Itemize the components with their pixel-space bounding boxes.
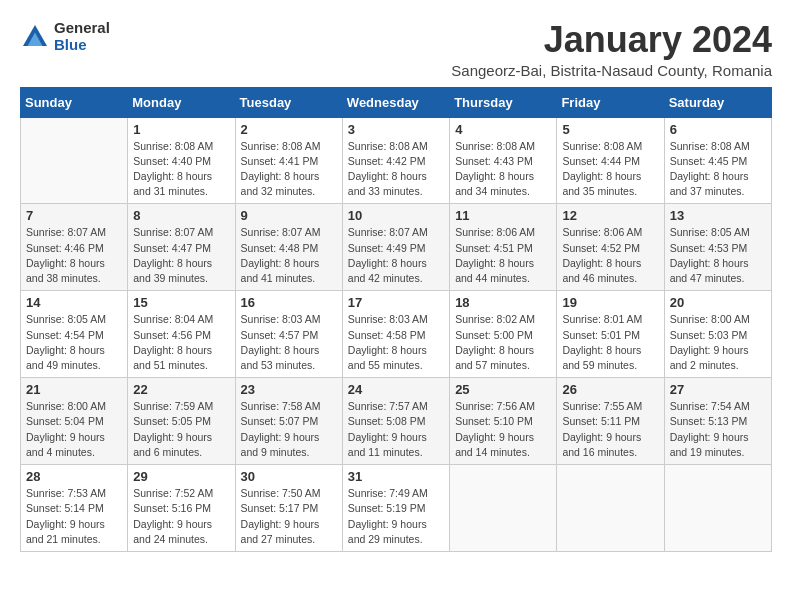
day-number: 21 [26, 382, 122, 397]
weekday-header: Tuesday [235, 87, 342, 117]
day-info: Sunrise: 7:55 AM Sunset: 5:11 PM Dayligh… [562, 399, 658, 460]
day-info: Sunrise: 8:03 AM Sunset: 4:57 PM Dayligh… [241, 312, 337, 373]
calendar-cell: 31Sunrise: 7:49 AM Sunset: 5:19 PM Dayli… [342, 465, 449, 552]
day-info: Sunrise: 8:07 AM Sunset: 4:46 PM Dayligh… [26, 225, 122, 286]
day-number: 17 [348, 295, 444, 310]
calendar-cell: 4Sunrise: 8:08 AM Sunset: 4:43 PM Daylig… [450, 117, 557, 204]
day-number: 3 [348, 122, 444, 137]
calendar-cell [21, 117, 128, 204]
weekday-header: Thursday [450, 87, 557, 117]
day-number: 31 [348, 469, 444, 484]
day-info: Sunrise: 8:05 AM Sunset: 4:54 PM Dayligh… [26, 312, 122, 373]
calendar-cell: 30Sunrise: 7:50 AM Sunset: 5:17 PM Dayli… [235, 465, 342, 552]
weekday-header: Monday [128, 87, 235, 117]
day-number: 5 [562, 122, 658, 137]
day-number: 4 [455, 122, 551, 137]
logo-blue: Blue [54, 37, 110, 54]
calendar-cell: 6Sunrise: 8:08 AM Sunset: 4:45 PM Daylig… [664, 117, 771, 204]
day-info: Sunrise: 8:08 AM Sunset: 4:40 PM Dayligh… [133, 139, 229, 200]
calendar-cell: 8Sunrise: 8:07 AM Sunset: 4:47 PM Daylig… [128, 204, 235, 291]
day-info: Sunrise: 8:08 AM Sunset: 4:44 PM Dayligh… [562, 139, 658, 200]
weekday-header: Friday [557, 87, 664, 117]
day-info: Sunrise: 8:00 AM Sunset: 5:03 PM Dayligh… [670, 312, 766, 373]
calendar-cell: 18Sunrise: 8:02 AM Sunset: 5:00 PM Dayli… [450, 291, 557, 378]
day-info: Sunrise: 7:59 AM Sunset: 5:05 PM Dayligh… [133, 399, 229, 460]
day-info: Sunrise: 7:49 AM Sunset: 5:19 PM Dayligh… [348, 486, 444, 547]
weekday-header: Saturday [664, 87, 771, 117]
title-block: January 2024 Sangeorz-Bai, Bistrita-Nasa… [451, 20, 772, 79]
day-info: Sunrise: 7:58 AM Sunset: 5:07 PM Dayligh… [241, 399, 337, 460]
day-info: Sunrise: 8:04 AM Sunset: 4:56 PM Dayligh… [133, 312, 229, 373]
day-info: Sunrise: 8:08 AM Sunset: 4:42 PM Dayligh… [348, 139, 444, 200]
calendar-cell [557, 465, 664, 552]
day-number: 12 [562, 208, 658, 223]
calendar-cell: 26Sunrise: 7:55 AM Sunset: 5:11 PM Dayli… [557, 378, 664, 465]
day-info: Sunrise: 8:08 AM Sunset: 4:43 PM Dayligh… [455, 139, 551, 200]
day-info: Sunrise: 7:53 AM Sunset: 5:14 PM Dayligh… [26, 486, 122, 547]
calendar-cell: 23Sunrise: 7:58 AM Sunset: 5:07 PM Dayli… [235, 378, 342, 465]
day-number: 6 [670, 122, 766, 137]
calendar-cell: 5Sunrise: 8:08 AM Sunset: 4:44 PM Daylig… [557, 117, 664, 204]
day-number: 14 [26, 295, 122, 310]
day-info: Sunrise: 8:01 AM Sunset: 5:01 PM Dayligh… [562, 312, 658, 373]
day-info: Sunrise: 8:08 AM Sunset: 4:41 PM Dayligh… [241, 139, 337, 200]
day-info: Sunrise: 7:56 AM Sunset: 5:10 PM Dayligh… [455, 399, 551, 460]
calendar-cell [450, 465, 557, 552]
day-number: 15 [133, 295, 229, 310]
calendar-week-row: 28Sunrise: 7:53 AM Sunset: 5:14 PM Dayli… [21, 465, 772, 552]
calendar-cell: 22Sunrise: 7:59 AM Sunset: 5:05 PM Dayli… [128, 378, 235, 465]
calendar-cell: 17Sunrise: 8:03 AM Sunset: 4:58 PM Dayli… [342, 291, 449, 378]
day-number: 8 [133, 208, 229, 223]
day-number: 30 [241, 469, 337, 484]
day-info: Sunrise: 8:02 AM Sunset: 5:00 PM Dayligh… [455, 312, 551, 373]
calendar-cell: 19Sunrise: 8:01 AM Sunset: 5:01 PM Dayli… [557, 291, 664, 378]
day-number: 20 [670, 295, 766, 310]
calendar-cell: 7Sunrise: 8:07 AM Sunset: 4:46 PM Daylig… [21, 204, 128, 291]
day-number: 19 [562, 295, 658, 310]
calendar-cell: 21Sunrise: 8:00 AM Sunset: 5:04 PM Dayli… [21, 378, 128, 465]
calendar-cell [664, 465, 771, 552]
calendar-cell: 20Sunrise: 8:00 AM Sunset: 5:03 PM Dayli… [664, 291, 771, 378]
weekday-header: Wednesday [342, 87, 449, 117]
logo-text: General Blue [54, 20, 110, 53]
day-info: Sunrise: 8:08 AM Sunset: 4:45 PM Dayligh… [670, 139, 766, 200]
day-number: 22 [133, 382, 229, 397]
logo: General Blue [20, 20, 110, 53]
calendar-cell: 16Sunrise: 8:03 AM Sunset: 4:57 PM Dayli… [235, 291, 342, 378]
day-number: 2 [241, 122, 337, 137]
calendar-cell: 13Sunrise: 8:05 AM Sunset: 4:53 PM Dayli… [664, 204, 771, 291]
day-number: 10 [348, 208, 444, 223]
day-info: Sunrise: 8:07 AM Sunset: 4:47 PM Dayligh… [133, 225, 229, 286]
calendar-cell: 25Sunrise: 7:56 AM Sunset: 5:10 PM Dayli… [450, 378, 557, 465]
day-number: 1 [133, 122, 229, 137]
calendar-table: SundayMondayTuesdayWednesdayThursdayFrid… [20, 87, 772, 552]
calendar-cell: 12Sunrise: 8:06 AM Sunset: 4:52 PM Dayli… [557, 204, 664, 291]
day-number: 28 [26, 469, 122, 484]
day-number: 11 [455, 208, 551, 223]
day-info: Sunrise: 8:03 AM Sunset: 4:58 PM Dayligh… [348, 312, 444, 373]
day-number: 7 [26, 208, 122, 223]
calendar-cell: 3Sunrise: 8:08 AM Sunset: 4:42 PM Daylig… [342, 117, 449, 204]
calendar-cell: 14Sunrise: 8:05 AM Sunset: 4:54 PM Dayli… [21, 291, 128, 378]
calendar-subtitle: Sangeorz-Bai, Bistrita-Nasaud County, Ro… [451, 62, 772, 79]
calendar-week-row: 21Sunrise: 8:00 AM Sunset: 5:04 PM Dayli… [21, 378, 772, 465]
day-number: 24 [348, 382, 444, 397]
day-number: 26 [562, 382, 658, 397]
weekday-header-row: SundayMondayTuesdayWednesdayThursdayFrid… [21, 87, 772, 117]
day-info: Sunrise: 8:07 AM Sunset: 4:48 PM Dayligh… [241, 225, 337, 286]
day-number: 9 [241, 208, 337, 223]
logo-icon [20, 22, 50, 52]
calendar-week-row: 1Sunrise: 8:08 AM Sunset: 4:40 PM Daylig… [21, 117, 772, 204]
day-number: 18 [455, 295, 551, 310]
day-info: Sunrise: 7:57 AM Sunset: 5:08 PM Dayligh… [348, 399, 444, 460]
day-number: 29 [133, 469, 229, 484]
calendar-week-row: 14Sunrise: 8:05 AM Sunset: 4:54 PM Dayli… [21, 291, 772, 378]
day-info: Sunrise: 8:06 AM Sunset: 4:52 PM Dayligh… [562, 225, 658, 286]
day-number: 25 [455, 382, 551, 397]
page-header: General Blue January 2024 Sangeorz-Bai, … [20, 20, 772, 79]
weekday-header: Sunday [21, 87, 128, 117]
calendar-cell: 28Sunrise: 7:53 AM Sunset: 5:14 PM Dayli… [21, 465, 128, 552]
calendar-cell: 1Sunrise: 8:08 AM Sunset: 4:40 PM Daylig… [128, 117, 235, 204]
calendar-title: January 2024 [451, 20, 772, 60]
calendar-cell: 9Sunrise: 8:07 AM Sunset: 4:48 PM Daylig… [235, 204, 342, 291]
